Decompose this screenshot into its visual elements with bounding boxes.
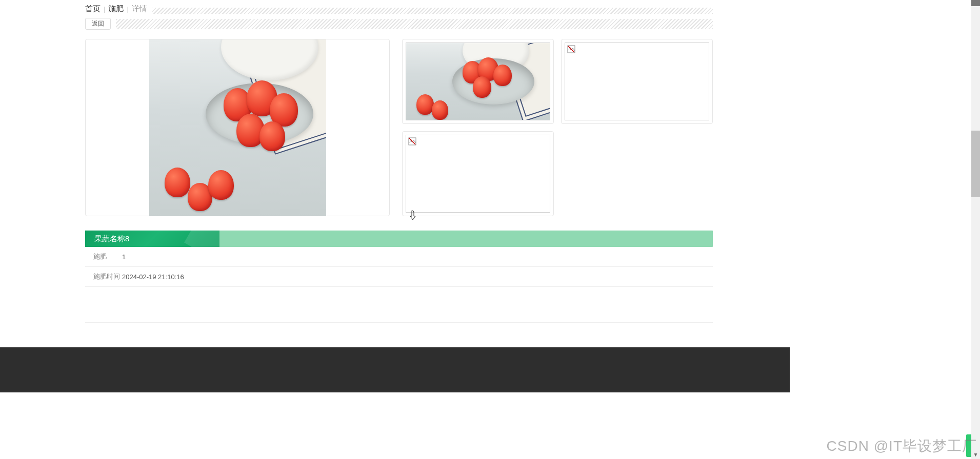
content-spacer — [85, 287, 713, 323]
thumbnail-3[interactable] — [402, 131, 554, 216]
detail-row: 施肥时间 2024-02-19 21:10:16 — [85, 267, 713, 287]
gallery — [85, 39, 713, 216]
breadcrumb-current: 详情 — [132, 4, 147, 14]
broken-image-icon — [567, 45, 575, 53]
main-image-card — [85, 39, 390, 216]
broken-image-icon — [408, 137, 416, 145]
breadcrumb-sep: | — [127, 5, 128, 13]
detail-value: 2024-02-19 21:10:16 — [122, 273, 184, 281]
detail-label: 施肥 — [93, 252, 122, 261]
detail-label: 施肥时间 — [93, 272, 122, 281]
scrollbar-thumb[interactable] — [971, 0, 980, 6]
scrollbar-thumb[interactable] — [971, 131, 980, 197]
back-button[interactable]: 返回 — [85, 18, 111, 30]
title-bar: 果蔬名称8 — [85, 231, 713, 247]
main-image[interactable] — [149, 39, 326, 216]
breadcrumb-home[interactable]: 首页 — [85, 4, 101, 14]
decorative-hatch — [152, 8, 713, 14]
decorative-hatch — [116, 19, 713, 29]
page-footer — [0, 347, 790, 392]
scrollbar[interactable]: ▲ ▼ — [971, 0, 980, 392]
breadcrumb-sep: | — [104, 5, 105, 13]
thumbnail-2[interactable] — [561, 39, 713, 124]
thumbnail-1[interactable] — [402, 39, 554, 124]
detail-list: 施肥 1 施肥时间 2024-02-19 21:10:16 — [85, 247, 713, 287]
page-title: 果蔬名称8 — [94, 234, 129, 244]
breadcrumb-section[interactable]: 施肥 — [108, 4, 124, 14]
thumbnail-grid — [402, 39, 713, 216]
breadcrumb: 首页 | 施肥 | 详情 — [85, 3, 713, 18]
detail-value: 1 — [122, 253, 126, 261]
detail-row: 施肥 1 — [85, 247, 713, 267]
